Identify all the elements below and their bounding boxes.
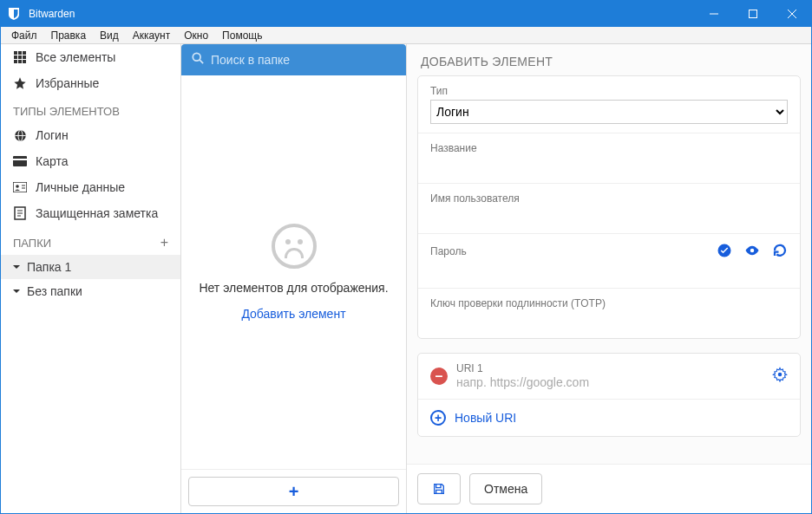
star-icon — [13, 76, 27, 90]
menu-help[interactable]: Помощь — [215, 29, 269, 42]
globe-icon — [13, 128, 27, 142]
sidebar-folder-none[interactable]: Без папки — [1, 279, 180, 303]
search-input[interactable] — [211, 53, 396, 67]
detail-header: ДОБАВИТЬ ЭЛЕМЕНТ — [407, 44, 811, 75]
add-item-link[interactable]: Добавить элемент — [241, 307, 345, 321]
username-input[interactable] — [430, 207, 788, 224]
check-password-icon[interactable] — [717, 243, 732, 262]
svg-line-27 — [200, 60, 203, 63]
svg-rect-17 — [13, 159, 27, 160]
sidebar-item-label: Личные данные — [36, 180, 125, 194]
search-icon — [192, 52, 204, 68]
type-label: Тип — [430, 85, 788, 97]
menubar: Файл Правка Вид Аккаунт Окно Помощь — [1, 27, 811, 44]
sidebar-type-card[interactable]: Карта — [1, 148, 180, 174]
minimize-button[interactable] — [694, 1, 733, 27]
uri1-label: URI 1 — [456, 362, 763, 374]
folders-header: ПАПКИ + — [1, 226, 180, 255]
totp-label: Ключ проверки подлинности (TOTP) — [430, 297, 788, 309]
new-uri-button[interactable]: + Новый URI — [418, 400, 800, 436]
password-label: Пароль — [430, 245, 467, 257]
maximize-button[interactable] — [733, 1, 772, 27]
uri-options-button[interactable] — [772, 367, 788, 386]
sidebar-item-label: Избранные — [36, 76, 99, 90]
cancel-button[interactable]: Отмена — [469, 473, 542, 504]
toggle-visibility-icon[interactable] — [744, 243, 760, 262]
svg-point-26 — [193, 53, 200, 61]
svg-point-30 — [778, 373, 783, 377]
svg-point-19 — [16, 185, 19, 188]
sidebar-item-label: Логин — [36, 128, 69, 142]
type-select[interactable]: Логин — [430, 100, 788, 124]
svg-point-29 — [750, 249, 755, 253]
password-input[interactable] — [430, 262, 788, 279]
note-icon — [13, 206, 27, 220]
grid-icon — [13, 50, 27, 64]
titlebar: Bitwarden — [1, 1, 811, 27]
menu-window[interactable]: Окно — [177, 29, 215, 42]
generate-password-icon[interactable] — [772, 243, 788, 262]
sidebar-all-items[interactable]: Все элементы — [1, 44, 180, 70]
sidebar-folder-1[interactable]: Папка 1 — [1, 255, 180, 279]
new-uri-label: Новый URI — [455, 411, 516, 425]
save-icon — [432, 481, 446, 497]
svg-rect-11 — [18, 60, 22, 63]
totp-input[interactable] — [430, 312, 788, 329]
username-label: Имя пользователя — [430, 192, 788, 205]
sidebar-item-label: Без папки — [27, 284, 82, 298]
item-list-panel: Нет элементов для отображения. Добавить … — [181, 44, 407, 513]
svg-rect-12 — [23, 60, 26, 63]
menu-account[interactable]: Аккаунт — [126, 29, 177, 42]
svg-rect-16 — [13, 156, 27, 166]
name-label: Название — [430, 142, 788, 154]
card-icon — [13, 154, 27, 168]
window-title: Bitwarden — [27, 8, 694, 20]
svg-rect-4 — [14, 51, 17, 55]
sidebar-type-login[interactable]: Логин — [1, 122, 180, 148]
svg-rect-18 — [13, 182, 27, 192]
add-folder-button[interactable]: + — [160, 235, 168, 250]
svg-rect-6 — [23, 51, 26, 55]
no-items-message: Нет элементов для отображения. — [199, 281, 388, 295]
plus-circle-icon: + — [430, 410, 446, 426]
svg-rect-1 — [749, 10, 756, 18]
sidebar-item-label: Карта — [36, 154, 68, 168]
close-button[interactable] — [772, 1, 811, 27]
name-input[interactable] — [430, 157, 788, 174]
menu-file[interactable]: Файл — [4, 29, 44, 42]
remove-uri-button[interactable]: – — [430, 368, 448, 385]
menu-view[interactable]: Вид — [93, 29, 126, 42]
svg-rect-5 — [18, 51, 22, 55]
add-item-button[interactable]: + — [188, 477, 399, 506]
types-header: ТИПЫ ЭЛЕМЕНТОВ — [1, 96, 180, 122]
caret-down-icon — [10, 284, 23, 298]
sidebar-item-label: Все элементы — [36, 50, 115, 64]
sidebar: Все элементы Избранные ТИПЫ ЭЛЕМЕНТОВ Ло… — [1, 44, 181, 513]
sidebar-item-label: Защищенная заметка — [36, 206, 158, 220]
svg-rect-8 — [18, 55, 22, 59]
sidebar-item-label: Папка 1 — [27, 260, 71, 274]
identity-icon — [13, 180, 27, 194]
caret-down-icon — [10, 260, 23, 274]
searchbar[interactable] — [181, 44, 406, 75]
sidebar-type-securenote[interactable]: Защищенная заметка — [1, 200, 180, 226]
sidebar-type-identity[interactable]: Личные данные — [1, 174, 180, 200]
detail-panel: ДОБАВИТЬ ЭЛЕМЕНТ Тип Логин Название Имя … — [407, 44, 811, 513]
menu-edit[interactable]: Правка — [44, 29, 94, 42]
svg-rect-10 — [14, 60, 17, 63]
app-icon — [1, 7, 27, 21]
svg-rect-9 — [23, 55, 26, 59]
sad-face-icon — [272, 224, 317, 269]
sidebar-favorites[interactable]: Избранные — [1, 70, 180, 96]
uri1-input[interactable] — [456, 375, 763, 389]
save-button[interactable] — [417, 473, 461, 504]
svg-rect-7 — [14, 55, 17, 59]
